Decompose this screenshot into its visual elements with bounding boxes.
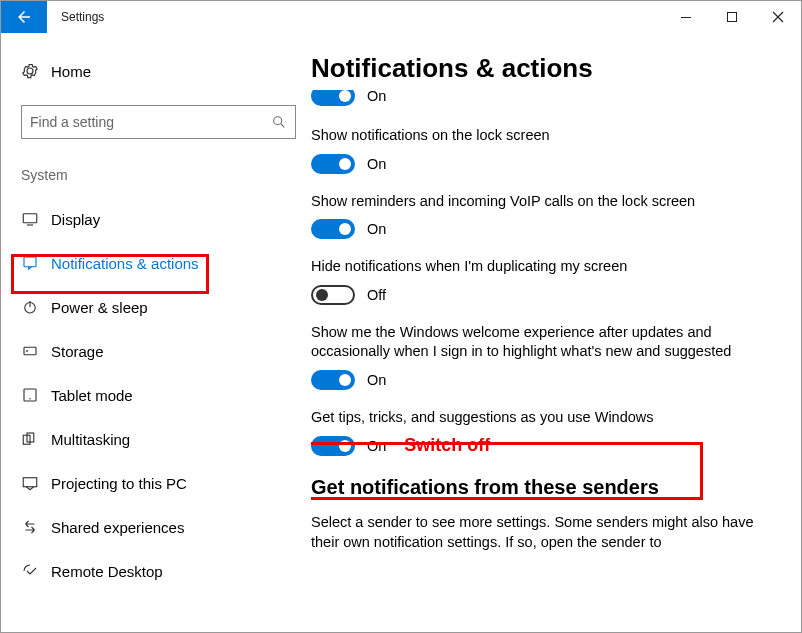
- body: Home System Display Notifications & acti…: [1, 33, 801, 632]
- toggle-state: On: [367, 221, 386, 237]
- svg-rect-15: [23, 478, 37, 487]
- sidebar-item-notifications[interactable]: Notifications & actions: [21, 241, 311, 285]
- home-label: Home: [51, 63, 91, 80]
- subheading-senders: Get notifications from these senders: [311, 476, 773, 499]
- power-icon: [21, 298, 51, 316]
- toggle-lock-screen-reminders[interactable]: [311, 219, 355, 239]
- titlebar: Settings: [1, 1, 801, 33]
- subdesc-senders: Select a sender to see more settings. So…: [311, 513, 773, 552]
- gear-icon: [21, 62, 51, 80]
- svg-rect-9: [24, 347, 36, 355]
- display-icon: [21, 210, 51, 228]
- sidebar-item-shared[interactable]: Shared experiences: [21, 505, 311, 549]
- toggle-state: Off: [367, 287, 386, 303]
- toggle-state: On: [367, 90, 386, 104]
- multitasking-icon: [21, 430, 51, 448]
- setting-label: Hide notifications when I'm duplicating …: [311, 257, 773, 277]
- svg-point-10: [26, 350, 28, 352]
- sidebar-item-label: Remote Desktop: [51, 563, 163, 580]
- search-input[interactable]: [21, 105, 296, 139]
- maximize-button[interactable]: [709, 1, 755, 33]
- remote-icon: [21, 562, 51, 580]
- svg-rect-6: [24, 257, 36, 267]
- projecting-icon: [21, 474, 51, 492]
- sidebar-item-tablet[interactable]: Tablet mode: [21, 373, 311, 417]
- back-button[interactable]: [1, 1, 47, 33]
- setting-hide-when-duplicating: Hide notifications when I'm duplicating …: [311, 257, 773, 305]
- shared-icon: [21, 518, 51, 536]
- toggle-tips-tricks[interactable]: [311, 436, 355, 456]
- page-title: Notifications & actions: [311, 53, 773, 84]
- toggle-cutoff[interactable]: [311, 90, 355, 106]
- toggle-state: On: [367, 438, 386, 454]
- svg-point-12: [29, 398, 31, 400]
- toggle-lock-screen-notifications[interactable]: [311, 154, 355, 174]
- sidebar-item-label: Storage: [51, 343, 104, 360]
- window-title: Settings: [47, 1, 663, 33]
- sidebar-item-display[interactable]: Display: [21, 197, 311, 241]
- setting-cutoff: On: [311, 90, 773, 108]
- sidebar-item-label: Display: [51, 211, 100, 228]
- close-button[interactable]: [755, 1, 801, 33]
- svg-line-3: [281, 124, 284, 127]
- toggle-welcome-experience[interactable]: [311, 370, 355, 390]
- setting-label: Show reminders and incoming VoIP calls o…: [311, 192, 773, 212]
- toggle-state: On: [367, 156, 386, 172]
- search-icon: [271, 114, 287, 130]
- setting-label: Get tips, tricks, and suggestions as you…: [311, 408, 773, 428]
- sidebar-category: System: [21, 167, 311, 183]
- minimize-button[interactable]: [663, 1, 709, 33]
- svg-rect-0: [681, 17, 691, 18]
- sidebar-item-label: Projecting to this PC: [51, 475, 187, 492]
- sidebar-item-storage[interactable]: Storage: [21, 329, 311, 373]
- main-panel: Notifications & actions On Show notifica…: [311, 33, 801, 632]
- tablet-icon: [21, 386, 51, 404]
- setting-lock-screen-notifications: Show notifications on the lock screen On: [311, 126, 773, 174]
- storage-icon: [21, 342, 51, 360]
- home-link[interactable]: Home: [21, 53, 311, 89]
- setting-tips-tricks: Get tips, tricks, and suggestions as you…: [311, 408, 773, 457]
- search-field[interactable]: [30, 114, 271, 130]
- sidebar-item-label: Tablet mode: [51, 387, 133, 404]
- sidebar-item-label: Shared experiences: [51, 519, 184, 536]
- svg-point-2: [274, 117, 282, 125]
- sidebar-item-label: Power & sleep: [51, 299, 148, 316]
- toggle-state: On: [367, 372, 386, 388]
- annotation-switch-off: Switch off: [404, 435, 490, 456]
- sidebar-item-label: Multitasking: [51, 431, 130, 448]
- sidebar-item-multitasking[interactable]: Multitasking: [21, 417, 311, 461]
- setting-lock-screen-reminders: Show reminders and incoming VoIP calls o…: [311, 192, 773, 240]
- setting-label: Show me the Windows welcome experience a…: [311, 323, 773, 362]
- sidebar: Home System Display Notifications & acti…: [1, 33, 311, 632]
- notifications-icon: [21, 254, 51, 272]
- setting-welcome-experience: Show me the Windows welcome experience a…: [311, 323, 773, 390]
- window-controls: [663, 1, 801, 33]
- sidebar-item-power[interactable]: Power & sleep: [21, 285, 311, 329]
- sidebar-item-label: Notifications & actions: [51, 255, 199, 272]
- toggle-hide-when-duplicating[interactable]: [311, 285, 355, 305]
- svg-rect-4: [23, 214, 37, 223]
- sidebar-item-projecting[interactable]: Projecting to this PC: [21, 461, 311, 505]
- svg-rect-1: [728, 13, 737, 22]
- setting-label: Show notifications on the lock screen: [311, 126, 773, 146]
- sidebar-item-remote[interactable]: Remote Desktop: [21, 549, 311, 593]
